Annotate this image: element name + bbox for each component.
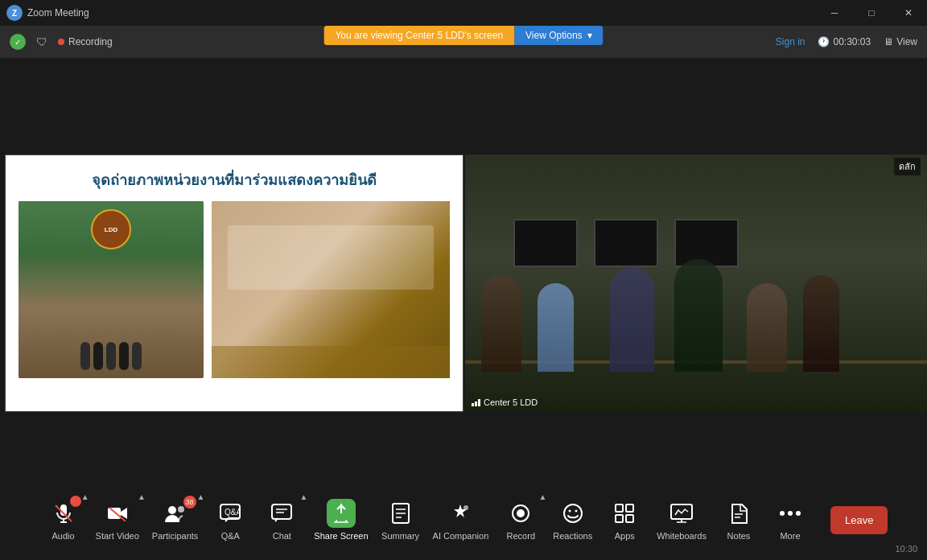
ai-companion-label: AI Companion bbox=[433, 531, 489, 541]
notes-label: Notes bbox=[727, 531, 751, 541]
whiteboards-button[interactable]: Whiteboards bbox=[652, 492, 711, 547]
signal-bars bbox=[472, 399, 480, 406]
toolbar-left: ✓ 🛡 Recording bbox=[10, 34, 113, 50]
more-label: More bbox=[780, 531, 800, 541]
clock-icon: 🕐 bbox=[818, 36, 830, 47]
app-title: Zoom Meeting bbox=[27, 7, 89, 19]
video-icon bbox=[103, 499, 132, 528]
timer-display: 🕐 00:30:03 bbox=[818, 36, 871, 47]
apps-button[interactable]: Apps bbox=[600, 492, 649, 547]
minimize-button[interactable]: ─ bbox=[816, 0, 853, 26]
participant-video: Center 5 LDD ดลัก bbox=[465, 154, 927, 412]
toolbar-right: Sign in 🕐 00:30:03 🖥 View bbox=[776, 36, 917, 47]
notes-button[interactable]: Notes bbox=[715, 492, 763, 547]
participants-button[interactable]: 38 Participants ▲ bbox=[147, 492, 203, 547]
window-controls: ─ □ ✕ bbox=[816, 0, 927, 26]
whiteboards-icon bbox=[667, 499, 696, 528]
record-label: Record bbox=[507, 531, 535, 541]
signal-bar-2 bbox=[475, 401, 477, 406]
svg-point-23 bbox=[517, 509, 525, 517]
share-screen-label: Share Screen bbox=[314, 531, 368, 541]
share-screen-icon bbox=[327, 499, 356, 528]
shield-icon: 🛡 bbox=[34, 34, 50, 50]
svg-point-24 bbox=[564, 504, 582, 522]
recording-indicator: Recording bbox=[58, 36, 113, 47]
video-label: Start Video bbox=[96, 531, 139, 541]
participants-icon: 38 bbox=[161, 499, 190, 528]
summary-label: Summary bbox=[381, 531, 419, 541]
more-button[interactable]: More bbox=[766, 492, 814, 547]
audio-badge bbox=[70, 496, 81, 507]
apps-icon bbox=[610, 499, 639, 528]
svg-point-6 bbox=[168, 506, 176, 514]
bottom-toolbar: Audio ▲ Start Video ▲ 38 Participants ▲ bbox=[0, 480, 927, 560]
summary-button[interactable]: Summary bbox=[377, 492, 425, 547]
security-icon: ✓ bbox=[10, 34, 26, 50]
view-label: View bbox=[896, 36, 917, 47]
reactions-label: Reactions bbox=[553, 531, 592, 541]
ai-companion-icon bbox=[446, 499, 475, 528]
audio-icon bbox=[49, 499, 78, 528]
participants-chevron: ▲ bbox=[196, 492, 204, 501]
leave-button[interactable]: Leave bbox=[830, 506, 888, 534]
clock-time: 10:30 bbox=[895, 544, 917, 554]
chat-label: Chat bbox=[273, 531, 291, 541]
participants-count-badge: 38 bbox=[183, 496, 196, 509]
record-button[interactable]: Record ▲ bbox=[496, 492, 545, 547]
svg-point-38 bbox=[796, 511, 801, 516]
video-participant-label: Center 5 LDD bbox=[472, 397, 538, 407]
audio-chevron: ▲ bbox=[81, 492, 89, 501]
close-button[interactable]: ✕ bbox=[890, 0, 927, 26]
chat-chevron: ▲ bbox=[299, 492, 307, 501]
speaker-name-badge: ดลัก bbox=[894, 158, 921, 175]
qa-label: Q&A bbox=[221, 531, 240, 541]
record-chevron: ▲ bbox=[538, 492, 546, 501]
restore-button[interactable]: □ bbox=[853, 0, 890, 26]
apps-label: Apps bbox=[615, 531, 635, 541]
record-icon bbox=[506, 499, 535, 528]
recording-dot bbox=[58, 39, 64, 45]
titlebar: Z Zoom Meeting ─ □ ✕ bbox=[0, 0, 927, 26]
svg-point-36 bbox=[780, 511, 785, 516]
more-icon bbox=[776, 499, 805, 528]
video-background: Center 5 LDD ดลัก bbox=[465, 154, 927, 412]
chat-button[interactable]: Chat ▲ bbox=[258, 492, 306, 547]
ai-companion-button[interactable]: AI Companion bbox=[428, 492, 494, 547]
svg-point-25 bbox=[568, 510, 571, 513]
audio-button[interactable]: Audio ▲ bbox=[39, 492, 88, 547]
svg-rect-29 bbox=[616, 515, 623, 522]
main-content: จุดถ่ายภาพหน่วยงานที่มาร่วมแสดงความยินดี… bbox=[0, 58, 927, 480]
svg-rect-30 bbox=[626, 515, 633, 522]
timer-value: 00:30:03 bbox=[833, 36, 871, 47]
slide-title: จุดถ่ายภาพหน่วยงานที่มาร่วมแสดงความยินดี bbox=[19, 168, 450, 191]
svg-text:Q&A: Q&A bbox=[225, 508, 241, 517]
signal-bar-3 bbox=[478, 399, 480, 406]
svg-rect-4 bbox=[108, 508, 121, 519]
audio-label: Audio bbox=[52, 531, 75, 541]
notes-icon bbox=[724, 499, 753, 528]
slide-image-group-photo: LDD bbox=[19, 201, 204, 378]
recording-label: Recording bbox=[68, 36, 113, 47]
svg-rect-27 bbox=[616, 504, 623, 512]
reactions-icon bbox=[558, 499, 587, 528]
sign-in-button[interactable]: Sign in bbox=[776, 36, 805, 47]
view-options-button[interactable]: View Options ▾ bbox=[514, 26, 603, 45]
signal-bar-1 bbox=[472, 403, 474, 406]
whiteboards-label: Whiteboards bbox=[657, 531, 707, 541]
svg-rect-28 bbox=[626, 504, 633, 512]
notification-text: You are viewing Center 5 LDD's screen bbox=[323, 26, 514, 45]
chat-icon bbox=[267, 499, 296, 528]
view-button[interactable]: 🖥 View bbox=[884, 36, 917, 47]
qa-button[interactable]: Q&A Q&A bbox=[206, 492, 254, 547]
video-chevron: ▲ bbox=[138, 492, 146, 501]
reactions-button[interactable]: Reactions bbox=[548, 492, 597, 547]
participants-label: Participants bbox=[152, 531, 198, 541]
clock: 10:30 bbox=[895, 544, 917, 554]
qa-icon: Q&A bbox=[216, 499, 245, 528]
video-button[interactable]: Start Video ▲ bbox=[91, 492, 144, 547]
svg-rect-10 bbox=[272, 504, 291, 519]
svg-point-26 bbox=[575, 510, 577, 513]
summary-icon bbox=[386, 499, 415, 528]
share-screen-button[interactable]: Share Screen bbox=[309, 492, 373, 547]
monitor-icon: 🖥 bbox=[884, 36, 893, 47]
